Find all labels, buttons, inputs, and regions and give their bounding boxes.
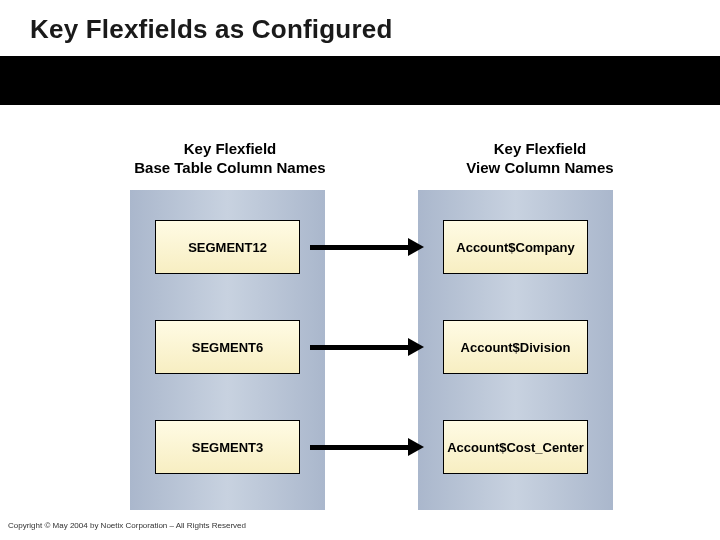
- left-column-heading: Key Flexfield Base Table Column Names: [110, 140, 350, 178]
- base-cell: SEGMENT12: [155, 220, 300, 274]
- view-cell: Account$Company: [443, 220, 588, 274]
- base-cell: SEGMENT3: [155, 420, 300, 474]
- left-panel: SEGMENT12 SEGMENT6 SEGMENT3: [130, 190, 325, 510]
- right-column-heading: Key Flexfield View Column Names: [420, 140, 660, 178]
- heading-line: Key Flexfield: [184, 140, 277, 157]
- logo-trademark: ®: [688, 24, 694, 33]
- mapping-arrow: [310, 442, 428, 452]
- heading-line: Key Flexfield: [494, 140, 587, 157]
- logo-text: NOETIX: [609, 19, 687, 37]
- base-cell: SEGMENT6: [155, 320, 300, 374]
- view-cell: Account$Division: [443, 320, 588, 374]
- mapping-arrow: [310, 342, 428, 352]
- mapping-arrow: [310, 242, 428, 252]
- page-title: Key Flexfields as Configured: [30, 14, 392, 45]
- heading-line: View Column Names: [466, 159, 613, 176]
- right-panel: Account$Company Account$Division Account…: [418, 190, 613, 510]
- heading-line: Base Table Column Names: [134, 159, 325, 176]
- logo: NOETIX ®: [583, 16, 694, 40]
- view-cell: Account$Cost_Center: [443, 420, 588, 474]
- logo-swirl-icon: [583, 16, 609, 40]
- copyright-text: Copyright © May 2004 by Noetix Corporati…: [8, 521, 246, 530]
